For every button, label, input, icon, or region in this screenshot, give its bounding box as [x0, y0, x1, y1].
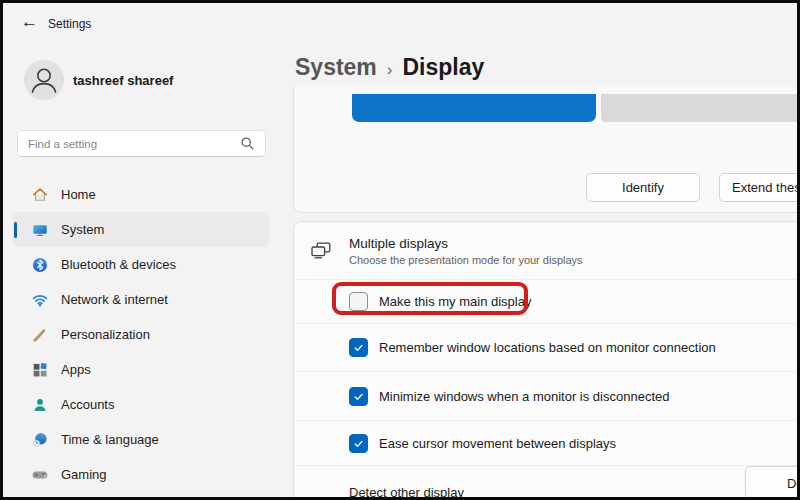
card-subtitle: Choose the presentation mode for your di…	[349, 254, 583, 266]
system-icon	[31, 221, 49, 239]
apps-icon	[31, 361, 49, 379]
option-label: Minimize windows when a monitor is disco…	[379, 389, 669, 404]
network-icon	[31, 291, 49, 309]
sidebar-item-label: Time & language	[61, 432, 159, 447]
sidebar-item-label: Personalization	[61, 327, 150, 342]
sidebar-item-system[interactable]: System	[13, 212, 269, 247]
bluetooth-icon	[31, 256, 49, 274]
accounts-icon	[31, 396, 49, 414]
app-title: Settings	[48, 17, 91, 31]
sidebar-item-label: Home	[61, 187, 96, 202]
breadcrumb: System › Display	[295, 54, 484, 81]
home-icon	[31, 186, 49, 204]
page-title: Display	[403, 54, 485, 81]
option-remember-window-locations[interactable]: Remember window locations based on monit…	[294, 324, 800, 371]
option-ease-cursor-movement[interactable]: Ease cursor movement between displays	[294, 421, 800, 465]
sidebar-item-home[interactable]: Home	[13, 177, 269, 212]
sidebar-item-network[interactable]: Network & internet	[13, 282, 269, 317]
detect-button[interactable]: Det	[745, 466, 800, 500]
sidebar-item-accounts[interactable]: Accounts	[13, 387, 269, 422]
back-button[interactable]: ←	[21, 12, 38, 32]
checkbox-remember-window-locations[interactable]	[349, 338, 368, 357]
search-icon[interactable]	[239, 135, 256, 152]
sidebar-item-apps[interactable]: Apps	[13, 352, 269, 387]
sidebar-item-label: Apps	[61, 362, 91, 377]
breadcrumb-parent[interactable]: System	[295, 54, 377, 81]
option-minimize-windows[interactable]: Minimize windows when a monitor is disco…	[294, 372, 800, 420]
time-language-icon	[31, 431, 49, 449]
sidebar-item-personalization[interactable]: Personalization	[13, 317, 269, 352]
option-label: Ease cursor movement between displays	[379, 436, 616, 451]
detect-other-display-label: Detect other display	[349, 485, 464, 500]
option-make-main-display[interactable]: Make this my main display	[294, 280, 800, 323]
sidebar-item-time-language[interactable]: Time & language	[13, 422, 269, 457]
display-1-rect[interactable]	[352, 94, 596, 122]
sidebar-item-gaming[interactable]: Gaming	[13, 457, 269, 492]
detect-other-display-row: Detect other display	[294, 466, 800, 500]
option-label: Remember window locations based on monit…	[379, 340, 716, 355]
multiple-displays-card: Multiple displays Choose the presentatio…	[293, 221, 800, 500]
sidebar-item-label: Bluetooth & devices	[61, 257, 176, 272]
option-label: Make this my main display	[379, 294, 531, 309]
sidebar-item-label: Network & internet	[61, 292, 168, 307]
chevron-right-icon: ›	[387, 60, 393, 80]
checkbox-make-main-display[interactable]	[349, 292, 368, 311]
card-title: Multiple displays	[349, 236, 583, 251]
search-box[interactable]	[17, 130, 266, 157]
avatar[interactable]	[24, 60, 64, 100]
sidebar-nav: Home System	[13, 177, 269, 492]
personalization-icon	[31, 326, 49, 344]
user-name: tashreef shareef	[73, 73, 173, 88]
sidebar-item-label: Accounts	[61, 397, 114, 412]
multiple-displays-icon	[309, 239, 333, 263]
selection-indicator	[14, 222, 17, 238]
identify-button[interactable]: Identify	[586, 173, 700, 202]
sidebar-item-label: System	[61, 222, 104, 237]
search-input[interactable]	[18, 138, 239, 150]
multiple-displays-header: Multiple displays Choose the presentatio…	[294, 222, 800, 279]
checkbox-ease-cursor-movement[interactable]	[349, 434, 368, 453]
sidebar-item-label: Gaming	[61, 467, 107, 482]
extend-displays-button[interactable]: Extend these	[719, 173, 800, 202]
display-2-rect[interactable]	[601, 94, 800, 122]
gaming-icon	[31, 466, 49, 484]
sidebar-item-bluetooth[interactable]: Bluetooth & devices	[13, 247, 269, 282]
settings-window: ← Settings tashreef shareef	[0, 0, 800, 500]
checkbox-minimize-windows[interactable]	[349, 387, 368, 406]
person-icon	[24, 60, 64, 100]
